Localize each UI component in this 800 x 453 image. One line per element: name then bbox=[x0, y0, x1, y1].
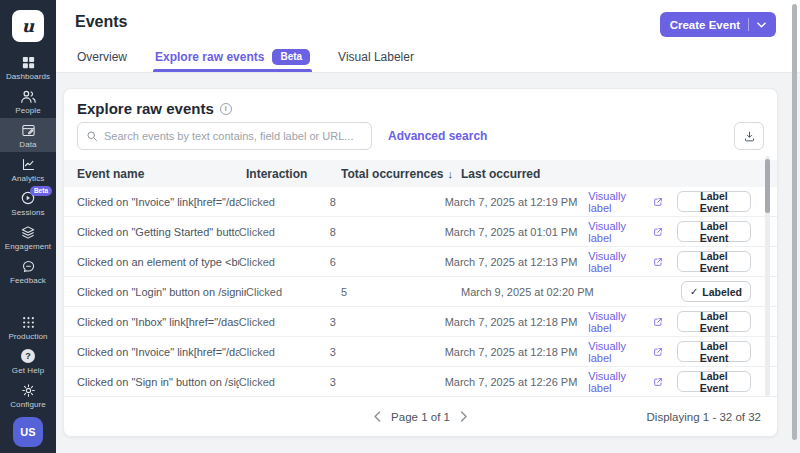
tab-overview[interactable]: Overview bbox=[75, 42, 129, 72]
label-event-button-text: Labeled bbox=[702, 286, 742, 298]
last-occurred-cell: March 7, 2025 at 12:19 PM bbox=[445, 196, 589, 208]
search-box[interactable] bbox=[77, 122, 372, 150]
previous-page-icon[interactable] bbox=[373, 411, 380, 422]
last-occurred-cell: March 7, 2025 at 12:26 PM bbox=[445, 376, 589, 388]
row-actions: Visually label Label Event bbox=[588, 250, 751, 274]
events-table: Event name Interaction Total occurrences… bbox=[64, 160, 777, 397]
column-header-total-occurrences[interactable]: Total occurrences↓ bbox=[341, 167, 461, 181]
chevron-down-icon[interactable] bbox=[757, 22, 766, 28]
data-icon bbox=[21, 122, 36, 138]
sidebar-item-get-help[interactable]: ? Get Help bbox=[0, 344, 56, 378]
last-occurred-cell: March 7, 2025 at 12:13 PM bbox=[445, 256, 589, 268]
visually-label-link[interactable]: Visually label bbox=[588, 370, 663, 394]
app-window: u Dashboards People Data bbox=[0, 0, 800, 453]
visually-label-link[interactable]: Visually label bbox=[588, 220, 663, 244]
sidebar-bottom-nav: Production ? Get Help Configure US bbox=[0, 310, 56, 453]
sidebar-item-label: Feedback bbox=[10, 276, 46, 285]
advanced-search-link[interactable]: Advanced search bbox=[388, 129, 487, 143]
create-event-button[interactable]: Create Event bbox=[660, 12, 776, 37]
total-occurrences-cell: 3 bbox=[330, 346, 445, 358]
sidebar-item-label: Configure bbox=[10, 400, 46, 409]
total-occurrences-cell: 8 bbox=[330, 196, 445, 208]
sidebar-item-people[interactable]: People bbox=[0, 84, 56, 118]
download-icon bbox=[743, 130, 756, 143]
analytics-icon bbox=[21, 156, 36, 172]
sidebar-item-analytics[interactable]: Analytics bbox=[0, 152, 56, 186]
sidebar-item-feedback[interactable]: Feedback bbox=[0, 254, 56, 288]
total-occurrences-cell: 8 bbox=[330, 226, 445, 238]
sidebar-item-label: Data bbox=[19, 140, 36, 149]
external-link-icon bbox=[653, 347, 663, 357]
label-event-button-text: Label Event bbox=[686, 340, 742, 364]
sort-descending-icon[interactable]: ↓ bbox=[447, 168, 453, 180]
tab-visual-labeler[interactable]: Visual Labeler bbox=[336, 42, 416, 72]
event-name-cell: Clicked on "Invoice" link[href="/dashboa… bbox=[77, 346, 239, 358]
column-header-event-name[interactable]: Event name bbox=[77, 167, 246, 181]
tab-label: Visual Labeler bbox=[338, 50, 414, 64]
visually-label-link[interactable]: Visually label bbox=[588, 190, 663, 214]
table-body: Clicked on "Invoice" link[href="/dashboa… bbox=[64, 187, 777, 397]
column-header-last-occurred[interactable]: Last occurred bbox=[461, 167, 611, 181]
external-link-icon bbox=[653, 377, 663, 387]
row-actions: Visually label Label Event bbox=[588, 340, 751, 364]
table-scrollbar-thumb[interactable] bbox=[765, 159, 770, 213]
last-occurred-cell: March 7, 2025 at 12:18 PM bbox=[445, 346, 589, 358]
visually-label-text: Visually label bbox=[588, 250, 648, 274]
sidebar-item-engagement[interactable]: Engagement bbox=[0, 220, 56, 254]
label-event-button[interactable]: Label Event bbox=[677, 191, 751, 212]
interaction-cell: Clicked bbox=[239, 226, 330, 238]
app-logo[interactable]: u bbox=[12, 10, 44, 42]
event-name-cell: Clicked on "Login" button on /signin/ bbox=[77, 286, 246, 298]
search-input[interactable] bbox=[104, 130, 363, 142]
last-occurred-cell: March 7, 2025 at 01:01 PM bbox=[445, 226, 589, 238]
table-row: Clicked on an element of type <button> .… bbox=[64, 247, 777, 277]
label-event-button[interactable]: Label Event bbox=[677, 311, 751, 332]
visually-label-text: Visually label bbox=[588, 190, 648, 214]
next-page-icon[interactable] bbox=[461, 411, 468, 422]
visually-label-text: Visually label bbox=[588, 370, 648, 394]
production-icon bbox=[22, 314, 35, 330]
interaction-cell: Clicked bbox=[239, 346, 330, 358]
visually-label-link[interactable]: Visually label bbox=[588, 340, 663, 364]
table-row: Clicked on "Invoice" link[href="/dashboa… bbox=[64, 337, 777, 367]
interaction-cell: Clicked bbox=[239, 376, 330, 388]
displaying-count: Displaying 1 - 32 of 32 bbox=[647, 411, 761, 423]
check-icon: ✓ bbox=[690, 286, 698, 297]
label-event-button[interactable]: Label Event bbox=[677, 341, 751, 362]
engagement-icon bbox=[20, 224, 36, 240]
table-row: Clicked on "Login" button on /signin/ Cl… bbox=[64, 277, 777, 307]
info-icon[interactable]: i bbox=[220, 103, 232, 115]
row-actions: ✓ Labeled bbox=[681, 281, 751, 302]
sidebar-item-production[interactable]: Production bbox=[0, 310, 56, 344]
labeled-button[interactable]: ✓ Labeled bbox=[681, 281, 751, 302]
user-avatar[interactable]: US bbox=[13, 417, 43, 447]
table-row: Clicked on "Inbox" link[href="/dashboard… bbox=[64, 307, 777, 337]
sidebar-item-data[interactable]: Data bbox=[0, 118, 56, 152]
visually-label-link[interactable]: Visually label bbox=[588, 310, 663, 334]
download-button[interactable] bbox=[734, 122, 764, 150]
tab-explore-raw-events[interactable]: Explore raw events Beta bbox=[153, 42, 312, 72]
table-header-row: Event name Interaction Total occurrences… bbox=[64, 160, 777, 187]
label-event-button[interactable]: Label Event bbox=[677, 251, 751, 272]
sidebar-item-label: Sessions bbox=[11, 208, 44, 217]
last-occurred-cell: March 9, 2025 at 02:20 PM bbox=[461, 286, 611, 298]
column-header-interaction[interactable]: Interaction bbox=[246, 167, 341, 181]
page-scrollbar-thumb[interactable] bbox=[792, 4, 797, 440]
tab-label: Explore raw events bbox=[155, 50, 264, 64]
label-event-button[interactable]: Label Event bbox=[677, 371, 751, 392]
label-event-button-text: Label Event bbox=[686, 370, 742, 394]
row-actions: Visually label Label Event bbox=[588, 190, 751, 214]
label-event-button-text: Label Event bbox=[686, 310, 742, 334]
visually-label-text: Visually label bbox=[588, 340, 648, 364]
sidebar-item-configure[interactable]: Configure bbox=[0, 378, 56, 412]
table-row: Clicked on "Sign in" button on /signin/ … bbox=[64, 367, 777, 397]
sessions-icon: Beta bbox=[20, 190, 36, 206]
sidebar-item-dashboards[interactable]: Dashboards bbox=[0, 50, 56, 84]
help-icon: ? bbox=[21, 348, 35, 364]
sidebar-item-sessions[interactable]: Beta Sessions bbox=[0, 186, 56, 220]
visually-label-link[interactable]: Visually label bbox=[588, 250, 663, 274]
last-occurred-cell: March 7, 2025 at 12:18 PM bbox=[445, 316, 589, 328]
label-event-button[interactable]: Label Event bbox=[677, 221, 751, 242]
feedback-icon bbox=[21, 258, 36, 274]
tab-bar: Overview Explore raw events Beta Visual … bbox=[75, 42, 416, 72]
